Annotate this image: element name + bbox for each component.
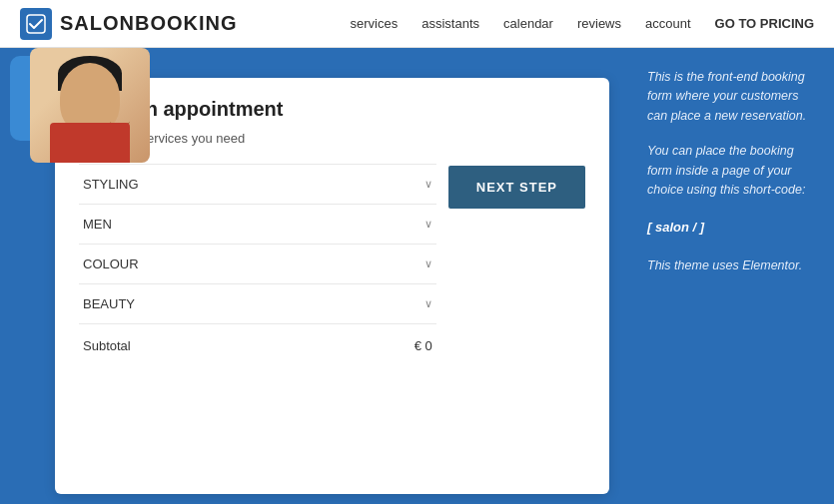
nav-assistants[interactable]: assistants <box>421 16 479 31</box>
services-row: STYLING ∨ MEN ∨ COLOUR ∨ BEAUTY ∨ <box>79 164 585 353</box>
left-panel: Book an appointment Select the services … <box>0 48 629 504</box>
subtotal-value: € 0 <box>415 338 432 353</box>
logo-area: SALONBOOKING <box>20 8 238 40</box>
service-beauty-label: BEAUTY <box>83 296 135 311</box>
sidebar-shortcode: [ salon / ] <box>647 220 816 235</box>
sidebar-info-2: You can place the booking form inside a … <box>647 142 816 200</box>
logo-icon <box>20 8 52 40</box>
logo-text: SALONBOOKING <box>60 12 238 35</box>
subtotal-row: Subtotal € 0 <box>79 324 436 353</box>
booking-subtitle: Select the services you need <box>79 131 585 146</box>
main-nav: services assistants calendar reviews acc… <box>351 16 814 31</box>
chevron-colour-icon: ∨ <box>424 257 432 270</box>
service-colour-label: COLOUR <box>83 256 139 271</box>
main-layout: Book an appointment Select the services … <box>0 48 834 504</box>
right-panel: This is the front-end booking form where… <box>629 48 834 504</box>
service-beauty[interactable]: BEAUTY ∨ <box>79 284 436 324</box>
booking-title: Book an appointment <box>79 98 585 121</box>
sidebar-info-1: This is the front-end booking form where… <box>647 68 816 126</box>
person-body <box>50 123 130 163</box>
header: SALONBOOKING services assistants calenda… <box>0 0 834 48</box>
nav-account[interactable]: account <box>645 16 691 31</box>
service-colour[interactable]: COLOUR ∨ <box>79 245 436 284</box>
nav-pricing[interactable]: GO TO PRICING <box>715 16 814 31</box>
chevron-styling-icon: ∨ <box>424 178 432 191</box>
service-men-label: MEN <box>83 217 112 232</box>
chevron-beauty-icon: ∨ <box>424 297 432 310</box>
service-styling[interactable]: STYLING ∨ <box>79 164 436 205</box>
subtotal-label: Subtotal <box>83 338 131 353</box>
nav-calendar[interactable]: calendar <box>503 16 553 31</box>
person-image <box>30 48 150 163</box>
nav-reviews[interactable]: reviews <box>577 16 621 31</box>
sidebar-elementor: This theme uses Elementor. <box>647 258 816 272</box>
next-step-button[interactable]: NEXT STEP <box>448 166 585 209</box>
chevron-men-icon: ∨ <box>424 218 432 231</box>
services-list: STYLING ∨ MEN ∨ COLOUR ∨ BEAUTY ∨ <box>79 164 436 353</box>
nav-services[interactable]: services <box>351 16 399 31</box>
service-styling-label: STYLING <box>83 177 139 192</box>
person-area <box>0 48 160 163</box>
service-men[interactable]: MEN ∨ <box>79 205 436 245</box>
